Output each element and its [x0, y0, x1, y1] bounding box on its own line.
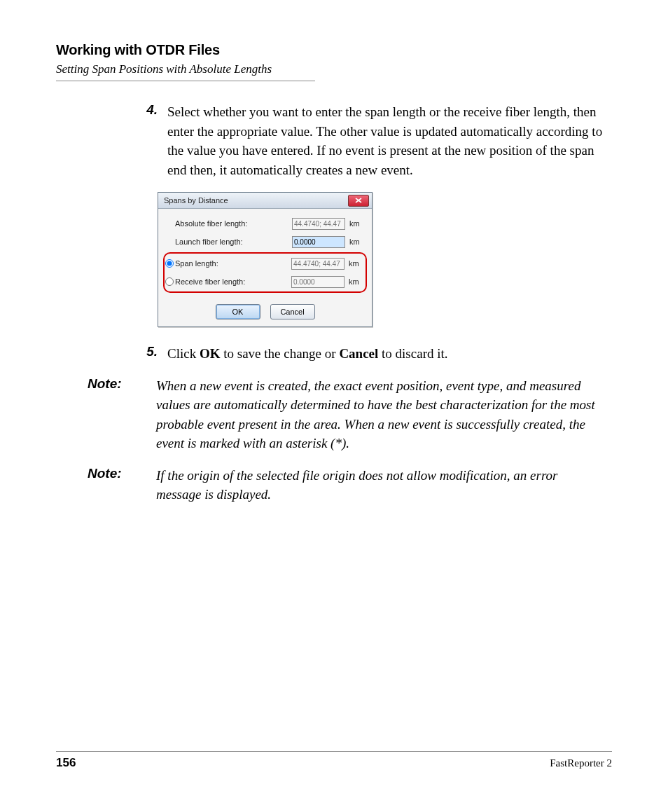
highlight-box: Span length: km Receive fiber length: km — [163, 252, 367, 293]
label-span-length: Span length: — [175, 259, 291, 268]
note-text: When a new event is created, the exact e… — [156, 376, 605, 453]
close-icon[interactable] — [348, 195, 369, 207]
row-span-length[interactable]: Span length: km — [165, 254, 364, 273]
step-text: Click OK to save the change or Cancel to… — [167, 344, 605, 364]
unit-km: km — [345, 259, 364, 268]
product-name: FastReporter 2 — [550, 757, 612, 769]
step-number: 4. — [137, 102, 167, 179]
text-fragment: to save the change or — [220, 346, 339, 361]
text-fragment: to discard it. — [378, 346, 447, 361]
header-rule — [56, 81, 315, 81]
dialog-title: Spans by Distance — [164, 196, 228, 205]
page-heading: Working with OTDR Files — [56, 42, 612, 58]
dialog-titlebar[interactable]: Spans by Distance — [158, 193, 372, 209]
note-1: Note: When a new event is created, the e… — [88, 376, 605, 453]
cancel-text: Cancel — [339, 346, 378, 361]
row-absolute-length: Absolute fiber length: km — [165, 214, 365, 233]
input-launch-length[interactable] — [292, 236, 345, 248]
label-receive-length: Receive fiber length: — [175, 277, 291, 286]
input-receive-length[interactable] — [291, 276, 345, 288]
radio-receive-length[interactable] — [165, 277, 174, 286]
spans-by-distance-dialog: Spans by Distance Absolute fiber length:… — [158, 192, 373, 327]
unit-km: km — [345, 277, 364, 286]
step-number: 5. — [137, 344, 167, 364]
step-4: 4. Select whether you want to enter the … — [137, 102, 605, 179]
input-span-length[interactable] — [291, 258, 345, 270]
step-5: 5. Click OK to save the change or Cancel… — [137, 344, 605, 364]
ok-button[interactable]: OK — [216, 304, 260, 319]
radio-span-length[interactable] — [165, 259, 174, 268]
note-2: Note: If the origin of the selected file… — [88, 466, 605, 504]
label-absolute-length: Absolute fiber length: — [175, 219, 292, 228]
text-fragment: Click — [167, 346, 200, 361]
input-absolute-length — [292, 218, 345, 230]
unit-km: km — [345, 238, 365, 246]
note-text: If the origin of the selected file origi… — [156, 466, 605, 504]
ok-text: OK — [200, 346, 221, 361]
footer-rule — [56, 751, 612, 752]
note-label: Note: — [88, 376, 156, 453]
row-receive-length[interactable]: Receive fiber length: km — [165, 273, 364, 291]
label-launch-length: Launch fiber length: — [175, 238, 292, 246]
step-text: Select whether you want to enter the spa… — [167, 102, 605, 179]
row-launch-length: Launch fiber length: km — [165, 233, 365, 251]
dialog-screenshot: Spans by Distance Absolute fiber length:… — [158, 192, 605, 327]
note-label: Note: — [88, 466, 156, 504]
unit-km: km — [345, 219, 365, 228]
cancel-button[interactable]: Cancel — [270, 304, 315, 319]
page-number: 156 — [56, 756, 76, 770]
page-subheading: Setting Span Positions with Absolute Len… — [56, 62, 612, 76]
